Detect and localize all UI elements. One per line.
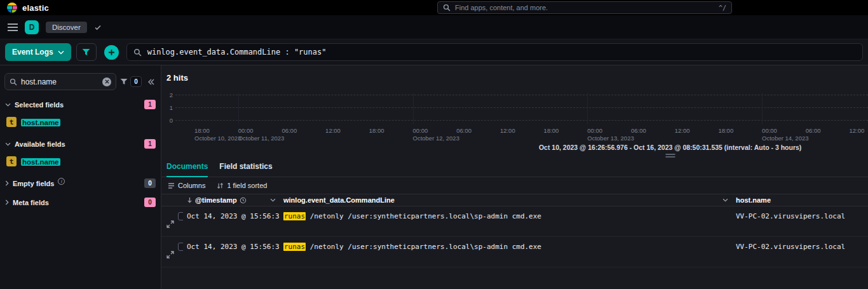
chevron-down-icon: [5, 142, 11, 146]
keyboard-shortcut-hint: ^/: [719, 4, 726, 11]
section-label: Meta fields: [13, 199, 49, 206]
saved-check-icon: [94, 24, 102, 31]
empty-fields-header[interactable]: Empty fields i 0: [0, 178, 161, 188]
filter-sets-button[interactable]: [76, 43, 97, 61]
query-input[interactable]: winlog.event_data.CommandLine : "runas": [126, 43, 863, 61]
host-cell[interactable]: VV-PC-02.virusvipers.local: [732, 206, 868, 236]
section-label: Empty fields: [13, 180, 54, 187]
columns-icon: [168, 182, 175, 189]
expand-document-icon[interactable]: [166, 212, 174, 236]
info-icon[interactable]: i: [58, 178, 65, 185]
selected-fields-count-badge: 1: [144, 100, 156, 109]
filter-by-type-button[interactable]: 0: [120, 76, 142, 87]
clock-icon: [240, 197, 247, 204]
table-body: Oct 14, 2023 @ 15:56:38.218 runas /neton…: [161, 206, 868, 267]
field-type-token-icon: t: [6, 117, 17, 127]
global-search-input[interactable]: Find apps, content, and more. ^/: [437, 1, 732, 14]
elastic-logo-icon: [6, 2, 18, 13]
time-range-caption: Oct 10, 2023 @ 16:26:56.976 - Oct 16, 20…: [539, 144, 801, 151]
histogram-plot[interactable]: [175, 91, 868, 124]
meta-fields-count-badge: 0: [144, 198, 156, 207]
highlighted-term: runas: [283, 243, 306, 251]
available-fields-section: Available fields 1 t host.name: [0, 139, 161, 169]
grid-toolbar: Columns 1 field sorted: [161, 177, 868, 194]
filter-icon: [120, 78, 128, 85]
row-checkbox[interactable]: [178, 212, 183, 220]
field-name: host.name: [21, 158, 60, 166]
chart-resize-handle[interactable]: [665, 154, 675, 158]
section-label: Available fields: [15, 140, 65, 148]
field-search-value: host.name: [21, 77, 98, 86]
meta-fields-section: Meta fields 0: [0, 198, 161, 207]
plus-icon: [108, 49, 115, 56]
field-name: host.name: [21, 119, 60, 126]
meta-fields-header[interactable]: Meta fields 0: [0, 198, 161, 207]
selected-fields-section: Selected fields 1 t host.name: [0, 100, 161, 130]
sorted-fields-button[interactable]: 1 field sorted: [213, 180, 271, 191]
field-item[interactable]: t host.name: [0, 154, 161, 169]
table-header-row: @timestamp winlog.event_data.CommandLine…: [161, 194, 868, 206]
field-item[interactable]: t host.name: [0, 114, 161, 130]
column-menu-chevron-icon[interactable]: [722, 198, 728, 202]
commandline-cell[interactable]: runas /netonly /user:syntheticpartners.l…: [280, 206, 732, 236]
brand-wordmark: elastic: [22, 3, 49, 13]
header-commandline[interactable]: winlog.event_data.CommandLine: [280, 194, 732, 206]
empty-fields-section: Empty fields i 0: [0, 178, 161, 188]
field-search-input[interactable]: host.name: [4, 73, 116, 90]
chevron-down-icon: [58, 50, 64, 55]
columns-button[interactable]: Columns: [164, 180, 209, 191]
timestamp-cell[interactable]: Oct 14, 2023 @ 15:56:38.218: [183, 206, 280, 236]
column-menu-chevron-icon[interactable]: [270, 198, 276, 202]
host-cell[interactable]: VV-PC-02.virusvipers.local: [732, 237, 868, 267]
fields-sidebar: host.name 0 Selected fields: [0, 65, 161, 289]
space-avatar[interactable]: D: [25, 20, 39, 34]
global-search-placeholder: Find apps, content, and more.: [455, 4, 714, 11]
main-panel: 2 hits 210 18:00October 10, 202300:00Oct…: [161, 65, 868, 289]
saved-query-label: Event Logs: [12, 48, 53, 57]
tab-field-statistics[interactable]: Field statistics: [219, 162, 272, 177]
add-filter-button[interactable]: [104, 45, 119, 60]
content: host.name 0 Selected fields: [0, 65, 868, 289]
commandline-cell[interactable]: runas /netonly /user:syntheticpartners.l…: [280, 237, 732, 267]
field-type-token-icon: t: [6, 156, 17, 166]
search-icon: [133, 48, 142, 57]
nav-bar: D Discover: [0, 15, 868, 39]
y-axis: 210: [165, 91, 175, 142]
search-icon: [10, 78, 17, 86]
timestamp-cell[interactable]: Oct 14, 2023 @ 15:56:38.211: [183, 237, 280, 267]
query-text: winlog.event_data.CommandLine : "runas": [147, 48, 327, 57]
menu-icon[interactable]: [8, 24, 18, 31]
row-checkbox[interactable]: [178, 243, 183, 251]
highlighted-term: runas: [283, 212, 306, 220]
empty-fields-count-badge: 0: [144, 178, 156, 188]
sort-icon: [217, 182, 224, 189]
type-filter-count-badge: 0: [130, 76, 142, 87]
saved-query-button[interactable]: Event Logs: [5, 43, 71, 61]
table-row[interactable]: Oct 14, 2023 @ 15:56:38.211 runas /neton…: [161, 237, 868, 267]
selected-fields-header[interactable]: Selected fields 1: [0, 100, 161, 109]
section-label: Selected fields: [15, 101, 64, 109]
breadcrumb-discover[interactable]: Discover: [46, 22, 87, 33]
expand-document-icon[interactable]: [166, 243, 174, 267]
header-controls-cell: [161, 194, 183, 206]
collapse-sidebar-icon[interactable]: [146, 77, 156, 87]
hits-count: 2 hits: [161, 65, 868, 83]
header-hostname[interactable]: host.name: [732, 194, 868, 206]
top-header: elastic Find apps, content, and more. ^/: [0, 0, 868, 15]
histogram-chart: 210 18:00October 10, 202300:00October 11…: [165, 91, 868, 142]
chevron-right-icon: [5, 199, 9, 205]
view-tabs: Documents Field statistics: [161, 159, 868, 177]
available-fields-count-badge: 1: [144, 139, 156, 149]
tab-documents[interactable]: Documents: [166, 162, 208, 177]
table-row[interactable]: Oct 14, 2023 @ 15:56:38.218 runas /neton…: [161, 206, 868, 237]
filter-icon: [82, 48, 90, 56]
clear-search-icon[interactable]: [102, 77, 111, 86]
sort-descending-icon: [187, 197, 193, 203]
chevron-down-icon: [5, 103, 11, 107]
x-axis: 18:00October 10, 202300:00October 11, 20…: [175, 127, 868, 142]
chevron-right-icon: [5, 180, 9, 186]
available-fields-header[interactable]: Available fields 1: [0, 139, 161, 149]
header-timestamp[interactable]: @timestamp: [183, 194, 280, 206]
search-icon: [443, 4, 451, 11]
query-bar: Event Logs winlog.event_data.CommandLine…: [0, 39, 868, 65]
